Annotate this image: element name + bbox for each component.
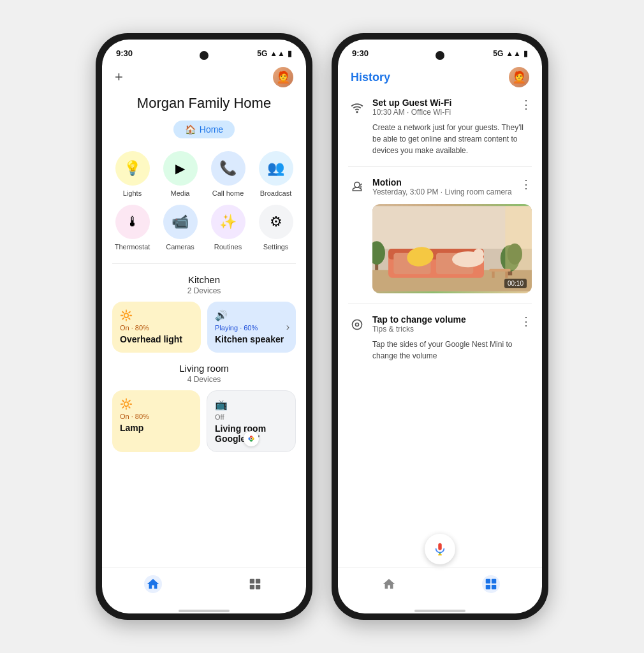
- speaker-name: Kitchen speaker: [215, 334, 288, 344]
- home-title: Morgan Family Home: [112, 95, 296, 112]
- svg-rect-36: [492, 579, 496, 583]
- action-grid: 💡 Lights ▶ Media 📞 Call home: [112, 151, 296, 251]
- avatar-left[interactable]: 🧑‍🦰: [273, 67, 293, 87]
- home-chip-label: Home: [200, 124, 223, 135]
- broadcast-circle: 👥: [259, 151, 293, 186]
- divider-history-1: [348, 166, 532, 167]
- cameras-label: Cameras: [166, 243, 194, 251]
- overhead-light-name: Overhead light: [120, 334, 193, 344]
- home-bar-left: [179, 610, 230, 612]
- settings-icon: ⚙: [270, 214, 282, 230]
- home-chip[interactable]: 🏠 Home: [173, 121, 235, 138]
- camera-notch: [200, 51, 209, 60]
- svg-point-30: [353, 320, 362, 330]
- wifi-more-button[interactable]: ⋮: [520, 98, 532, 112]
- settings-circle: ⚙: [259, 205, 293, 239]
- left-phone: 9:30 5G ▲▲ ▮ + 🧑‍🦰 Morgan Family Home: [96, 33, 312, 620]
- nav-history-right[interactable]: [482, 575, 500, 593]
- nav-home-right[interactable]: [380, 575, 398, 593]
- settings-label: Settings: [263, 243, 289, 251]
- svg-rect-7: [256, 579, 260, 583]
- kitchen-devices: 🔆 On · 80% Overhead light 🔊 Playing · 60…: [112, 302, 296, 353]
- svg-rect-37: [486, 585, 490, 589]
- lights-circle: 💡: [115, 151, 150, 186]
- divider-1: [112, 263, 296, 264]
- google-tv-card[interactable]: 📺 Off Living room Google TV: [207, 390, 296, 452]
- svg-rect-8: [250, 585, 254, 589]
- action-call[interactable]: 📞 Call home: [208, 151, 248, 197]
- action-thermostat[interactable]: 🌡 Thermostat: [112, 205, 152, 251]
- tv-icon: 📺: [215, 399, 228, 411]
- wifi-content: Set up Guest Wi-Fi 10:30 AM · Office Wi-…: [372, 98, 514, 119]
- video-duration: 00:10: [504, 279, 527, 288]
- svg-rect-27: [489, 269, 510, 272]
- history-item-motion: Motion Yesterday, 3:00 PM · Living room …: [348, 177, 532, 293]
- wifi-icon: [348, 99, 366, 117]
- svg-point-31: [356, 323, 359, 326]
- thermostat-label: Thermostat: [115, 243, 150, 251]
- routines-icon: ✨: [219, 214, 237, 230]
- action-cameras[interactable]: 📹 Cameras: [160, 205, 200, 251]
- media-icon: ▶: [175, 161, 185, 176]
- media-circle: ▶: [163, 151, 198, 186]
- add-button[interactable]: +: [115, 69, 123, 85]
- routines-circle: ✨: [211, 205, 245, 239]
- bars-left: ▲▲: [270, 49, 285, 58]
- signal-right: 5G: [493, 49, 503, 58]
- action-lights[interactable]: 💡 Lights: [112, 151, 152, 197]
- cameras-circle: 📹: [163, 205, 198, 239]
- home-content[interactable]: + 🧑‍🦰 Morgan Family Home 🏠 Home: [102, 62, 306, 567]
- motion-meta: Yesterday, 3:00 PM · Living room camera: [372, 187, 514, 196]
- svg-point-5: [251, 438, 252, 439]
- motion-more-button[interactable]: ⋮: [520, 177, 532, 191]
- svg-rect-26: [505, 206, 532, 270]
- history-item-volume: Tap to change volume Tips & tricks ⋮ Tap…: [348, 314, 532, 362]
- kitchen-speaker-card[interactable]: 🔊 Playing · 60% Kitchen speaker ›: [207, 302, 296, 353]
- wifi-description: Create a network just for your guests. T…: [372, 122, 532, 156]
- nav-history-left[interactable]: [246, 575, 264, 593]
- svg-point-10: [356, 112, 358, 113]
- broadcast-label: Broadcast: [260, 189, 292, 197]
- call-label: Call home: [212, 189, 244, 197]
- thermostat-icon: 🌡: [126, 214, 140, 230]
- nav-home-left[interactable]: [144, 575, 162, 593]
- signal-left: 5G: [257, 49, 267, 58]
- motion-content: Motion Yesterday, 3:00 PM · Living room …: [372, 177, 514, 199]
- volume-content: Tap to change volume Tips & tricks: [372, 314, 514, 336]
- svg-rect-29: [505, 272, 508, 278]
- volume-more-button[interactable]: ⋮: [520, 314, 532, 328]
- lamp-icon: 🔆: [120, 398, 133, 410]
- svg-rect-6: [250, 579, 254, 583]
- lamp-status: On · 80%: [120, 413, 193, 420]
- mic-fab-button[interactable]: [425, 534, 455, 564]
- camera-thumbnail[interactable]: 00:10: [372, 204, 532, 293]
- media-label: Media: [171, 189, 190, 197]
- home-bar-right: [414, 610, 465, 612]
- living-room-subtitle: 4 Devices: [112, 375, 296, 384]
- overhead-light-status: On · 80%: [120, 324, 193, 332]
- right-phone: 9:30 5G ▲▲ ▮ History 🧑‍🦰: [332, 33, 548, 620]
- overhead-light-icon: 🔆: [120, 309, 133, 321]
- action-routines[interactable]: ✨ Routines: [208, 205, 248, 251]
- svg-point-20: [473, 249, 484, 260]
- time-left: 9:30: [116, 48, 133, 58]
- living-room-title: Living room: [112, 363, 296, 374]
- tv-status: Off: [215, 413, 288, 421]
- history-item-wifi: Set up Guest Wi-Fi 10:30 AM · Office Wi-…: [348, 98, 532, 156]
- history-content[interactable]: History 🧑‍🦰: [338, 62, 542, 529]
- action-broadcast[interactable]: 👥 Broadcast: [256, 151, 296, 197]
- action-settings[interactable]: ⚙ Settings: [256, 205, 296, 251]
- time-right: 9:30: [352, 48, 369, 58]
- motion-title: Motion: [372, 177, 514, 187]
- overhead-light-card[interactable]: 🔆 On · 80% Overhead light: [112, 302, 201, 353]
- svg-rect-28: [492, 272, 495, 278]
- wifi-meta: 10:30 AM · Office Wi-Fi: [372, 108, 514, 117]
- history-header: History 🧑‍🦰: [348, 62, 532, 98]
- avatar-right[interactable]: 🧑‍🦰: [509, 67, 529, 87]
- history-title: History: [351, 71, 390, 84]
- speaker-status: Playing · 60%: [215, 324, 288, 332]
- camera-notch-right: [435, 51, 444, 60]
- lamp-card[interactable]: 🔆 On · 80% Lamp: [112, 390, 200, 452]
- lights-label: Lights: [123, 189, 142, 197]
- action-media[interactable]: ▶ Media: [160, 151, 200, 197]
